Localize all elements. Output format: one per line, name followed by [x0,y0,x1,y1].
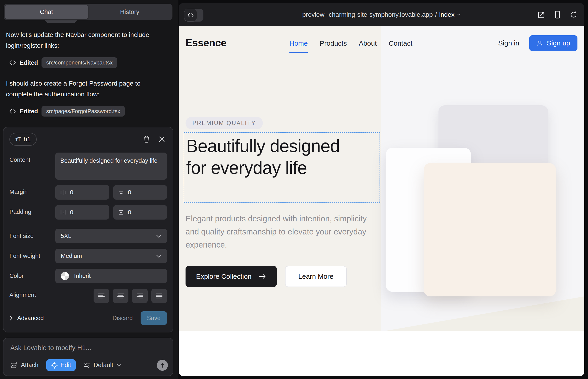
advanced-toggle[interactable]: Advanced [9,315,44,322]
font-size-select[interactable]: 5XL [55,229,167,243]
code-icon [184,9,197,22]
margin-x-input[interactable]: 0 [55,185,109,200]
sidebar-tabbar: Chat History [4,4,172,20]
font-weight-value: Medium [61,252,82,259]
hero-description: Elegant products designed with intention… [186,212,369,251]
file-badge[interactable]: src/components/Navbar.tsx [42,57,117,68]
hero-badge: PREMIUM QUALITY [186,117,263,129]
preview-browser-frame: preview--charming-site-symphony.lovable.… [179,3,584,376]
nav-link-products[interactable]: Products [320,39,347,53]
color-swatch [61,272,69,280]
chat-message: I should also create a Forgot Password p… [6,78,167,100]
padding-horizontal-icon [60,209,66,216]
edited-file-row[interactable]: Edited src/pages/ForgotPassword.tsx [9,106,172,117]
selected-element-tag: h1 [24,136,31,143]
open-external-button[interactable] [538,11,545,19]
nav-link-about[interactable]: About [359,39,377,53]
font-size-label: Font size [9,229,55,243]
explore-collection-button[interactable]: Explore Collection [186,266,277,287]
nav-link-home[interactable]: Home [289,39,308,53]
align-center-icon [117,293,124,299]
typography-icon: ᴛT [15,136,20,142]
margin-vertical-icon [118,189,124,196]
margin-label: Margin [9,185,55,200]
content-textarea[interactable]: Beautifully designed for everyday life [55,153,167,180]
user-icon [537,40,543,46]
content-label: Content [9,153,55,180]
model-label: Default [93,362,113,369]
padding-x-value: 0 [70,209,73,216]
image-attach-icon [10,362,18,369]
discard-button[interactable]: Discard [113,315,133,322]
url-domain: preview--charming-site-symphony.lovable.… [302,11,433,18]
prompt-box: Ask Lovable to modify H1... Attach [3,338,173,376]
align-right-icon [136,293,144,299]
selected-element-pill[interactable]: ᴛT h1 [9,133,37,146]
signup-button[interactable]: Sign up [529,35,577,51]
model-selector[interactable]: Default [83,362,121,369]
prompt-input[interactable]: Ask Lovable to modify H1... [10,344,166,352]
attach-button[interactable]: Attach [10,362,39,369]
hero-card-peach [424,163,556,296]
site-logo[interactable]: Essence [186,37,227,49]
margin-x-value: 0 [70,189,73,196]
edited-file-row[interactable]: Edited src/components/Navbar.tsx [9,57,172,68]
delete-element-button[interactable] [143,135,150,143]
mobile-view-button[interactable] [555,11,560,19]
align-left-button[interactable] [93,289,109,303]
send-button[interactable] [157,360,168,371]
advanced-label: Advanced [17,315,44,322]
color-select[interactable]: Inherit [55,269,167,283]
font-weight-select[interactable]: Medium [55,249,167,263]
padding-label: Padding [9,205,55,220]
padding-vertical-icon [118,209,124,216]
color-label: Color [9,269,55,283]
tab-history[interactable]: History [88,5,171,19]
margin-y-value: 0 [128,189,131,196]
edited-label: Edited [20,108,38,115]
attach-label: Attach [21,362,39,369]
chevron-down-icon [156,234,161,238]
chevron-right-icon [9,316,13,321]
arrow-up-icon [160,363,165,368]
element-editor-panel: ᴛT h1 [3,127,173,332]
h1-selection-outline[interactable]: Beautifully designed for everyday life [184,132,380,203]
padding-y-value: 0 [128,209,131,216]
align-left-icon [98,293,105,299]
padding-y-input[interactable]: 0 [113,205,167,220]
tab-chat[interactable]: Chat [5,5,88,19]
learn-more-button[interactable]: Learn More [285,266,347,287]
url-path: index [439,11,454,18]
edit-mode-button[interactable]: Edit [46,359,76,371]
arrow-right-icon [259,273,266,279]
hero-heading[interactable]: Beautifully designed for everyday life [186,135,347,179]
code-view-toggle[interactable] [184,9,203,22]
align-justify-icon [155,293,163,299]
margin-y-input[interactable]: 0 [113,185,167,200]
close-panel-button[interactable] [159,136,165,142]
learn-more-label: Learn More [298,272,333,280]
nav-link-contact[interactable]: Contact [389,39,412,53]
code-icon [9,60,16,66]
explore-label: Explore Collection [196,272,252,280]
url-bar[interactable]: preview--charming-site-symphony.lovable.… [302,11,461,18]
chevron-down-icon [156,254,161,258]
chevron-down-icon [457,13,461,16]
sliders-icon [83,362,90,368]
edited-label: Edited [20,59,38,66]
chevron-down-icon [117,364,121,367]
refresh-button[interactable] [570,11,577,19]
edit-label: Edit [61,362,71,369]
signup-label: Sign up [547,39,570,47]
chat-message: Now let's update the Navbar component to… [6,29,167,51]
url-separator: / [435,11,437,18]
file-badge[interactable]: src/pages/ForgotPassword.tsx [42,106,125,117]
margin-horizontal-icon [60,189,66,196]
save-button[interactable]: Save [140,311,167,325]
padding-x-input[interactable]: 0 [55,205,109,220]
site-viewport: Essence Home Products About Contact Sign… [179,26,584,376]
align-center-button[interactable] [113,289,128,303]
align-justify-button[interactable] [151,289,167,303]
align-right-button[interactable] [132,289,148,303]
signin-link[interactable]: Sign in [498,39,519,47]
